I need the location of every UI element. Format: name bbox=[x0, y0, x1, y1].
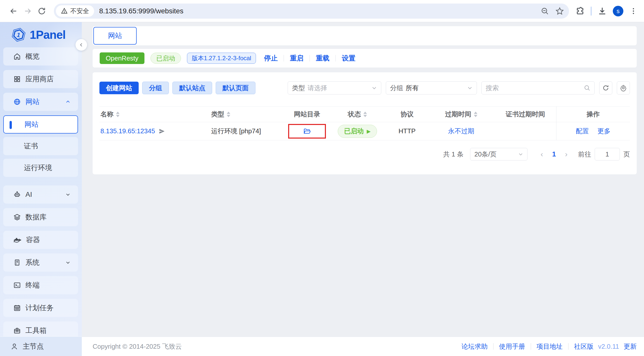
divider bbox=[493, 343, 494, 350]
sidebar-item-label: 工具箱 bbox=[25, 326, 70, 335]
engine-version-badge[interactable]: 版本1.27.1.2-2-3-focal bbox=[187, 53, 256, 64]
calendar-icon bbox=[13, 304, 21, 312]
project-link[interactable]: 项目地址 bbox=[537, 342, 563, 351]
sidebar-subitem-website[interactable]: 网站 bbox=[3, 115, 78, 134]
th-type[interactable]: 类型 bbox=[210, 110, 286, 119]
th-expire[interactable]: 过期时间 bbox=[428, 110, 495, 119]
1panel-logo-icon: 1 bbox=[11, 27, 26, 42]
version-text[interactable]: v2.0.11 bbox=[598, 343, 619, 350]
engine-stop-link[interactable]: 停止 bbox=[264, 54, 278, 63]
website-type: 运行环境 [php74] bbox=[211, 127, 261, 136]
refresh-button[interactable] bbox=[599, 81, 612, 94]
divider bbox=[284, 55, 284, 61]
main-content: 网站 OpenResty 已启动 版本1.27.1.2-2-3-focal 停止… bbox=[82, 22, 644, 356]
default-page-button[interactable]: 默认页面 bbox=[216, 82, 255, 94]
sidebar-node-selector[interactable]: 主节点 bbox=[0, 337, 82, 356]
active-indicator-bar bbox=[10, 121, 12, 129]
config-link[interactable]: 配置 bbox=[576, 127, 589, 136]
create-website-button[interactable]: 创建网站 bbox=[99, 82, 139, 94]
prev-page-button[interactable]: ‹ bbox=[536, 150, 548, 158]
divider bbox=[335, 55, 336, 61]
sidebar-item-label: 应用商店 bbox=[25, 74, 70, 84]
footer: Copyright © 2014-2025 飞致云 论坛求助 使用手册 项目地址… bbox=[82, 337, 644, 356]
toolbar-divider bbox=[591, 7, 592, 16]
warning-triangle-icon bbox=[61, 8, 68, 14]
chevron-down-icon bbox=[371, 85, 377, 91]
sort-caret-icon[interactable] bbox=[227, 112, 230, 117]
default-site-button[interactable]: 默认站点 bbox=[172, 82, 212, 94]
divider bbox=[310, 55, 310, 61]
download-icon[interactable] bbox=[598, 7, 607, 16]
brand: 1 1Panel bbox=[0, 22, 82, 47]
sidebar-item-app-store[interactable]: 应用商店 bbox=[3, 70, 78, 88]
sidebar-item-overview[interactable]: 概览 bbox=[3, 47, 78, 66]
bookmark-star-icon[interactable] bbox=[555, 7, 564, 15]
robot-icon bbox=[13, 191, 21, 198]
community-edition-link[interactable]: 社区版 bbox=[574, 342, 594, 351]
sidebar-item-database[interactable]: 数据库 bbox=[3, 208, 78, 226]
engine-restart-link[interactable]: 重启 bbox=[290, 54, 304, 63]
column-settings-button[interactable] bbox=[617, 81, 630, 94]
websites-panel: 创建网站 分组 默认站点 默认页面 类型 请选择 分组 所有 bbox=[93, 72, 637, 174]
sidebar-subitem-certificate[interactable]: 证书 bbox=[3, 137, 78, 155]
sidebar-item-toolbox[interactable]: 工具箱 bbox=[3, 321, 78, 337]
url-text[interactable]: 8.135.19.65:9999/websites bbox=[99, 7, 183, 15]
open-site-send-icon[interactable] bbox=[159, 128, 165, 135]
sidebar-item-system[interactable]: 系统 bbox=[3, 253, 78, 272]
sort-caret-icon[interactable] bbox=[363, 112, 367, 117]
sidebar-item-website[interactable]: 网站 bbox=[3, 93, 78, 111]
kebab-menu-icon[interactable] bbox=[629, 7, 637, 15]
browser-back-button[interactable] bbox=[7, 4, 21, 18]
browser-reload-button[interactable] bbox=[35, 4, 49, 18]
sidebar-subitem-runtime[interactable]: 运行环境 bbox=[3, 159, 78, 177]
sidebar-menu: 概览 应用商店 网站 网站 证书 运行环境 bbox=[0, 47, 82, 337]
more-link[interactable]: 更多 bbox=[597, 127, 611, 136]
extensions-icon[interactable] bbox=[576, 7, 585, 16]
openresty-button[interactable]: OpenResty bbox=[100, 52, 144, 64]
th-cert-expire: 证书过期时间 bbox=[495, 110, 556, 119]
update-link[interactable]: 更新 bbox=[624, 342, 637, 351]
docker-whale-icon bbox=[13, 236, 21, 244]
address-bar[interactable]: 不安全 8.135.19.65:9999/websites bbox=[54, 4, 569, 19]
zoom-out-icon[interactable] bbox=[541, 7, 549, 15]
tab-website[interactable]: 网站 bbox=[93, 27, 137, 45]
security-chip[interactable]: 不安全 bbox=[56, 5, 94, 17]
website-status-badge[interactable]: 已启动 ▶ bbox=[338, 125, 377, 138]
reload-icon bbox=[37, 7, 46, 15]
manual-link[interactable]: 使用手册 bbox=[499, 342, 525, 351]
th-name[interactable]: 名称 bbox=[99, 110, 210, 119]
th-status[interactable]: 状态 bbox=[328, 110, 386, 119]
sidebar-subitem-label: 网站 bbox=[24, 120, 39, 129]
sidebar-item-ai[interactable]: AI bbox=[3, 185, 78, 204]
next-page-button[interactable]: › bbox=[560, 150, 572, 158]
sort-caret-icon[interactable] bbox=[474, 112, 477, 117]
sidebar-item-label: 数据库 bbox=[25, 212, 70, 222]
gear-icon bbox=[620, 84, 627, 91]
website-name-link[interactable]: 8.135.19.65:12345 bbox=[100, 127, 155, 135]
search-input[interactable] bbox=[486, 84, 584, 92]
goto-page-input[interactable] bbox=[595, 148, 620, 160]
browser-profile-avatar[interactable]: s bbox=[613, 6, 623, 16]
sidebar-collapse-button[interactable] bbox=[75, 39, 87, 51]
forum-help-link[interactable]: 论坛求助 bbox=[462, 342, 488, 351]
sidebar-item-label: 计划任务 bbox=[25, 303, 70, 313]
th-directory: 网站目录 bbox=[286, 110, 328, 119]
engine-settings-link[interactable]: 设置 bbox=[342, 54, 355, 63]
current-page[interactable]: 1 bbox=[548, 150, 560, 158]
engine-reload-link[interactable]: 重载 bbox=[316, 54, 329, 63]
type-select[interactable]: 类型 请选择 bbox=[288, 81, 381, 94]
sidebar-item-label: 终端 bbox=[25, 280, 70, 290]
folder-open-icon[interactable] bbox=[303, 127, 311, 135]
search-field[interactable] bbox=[481, 81, 595, 94]
chevron-down-icon bbox=[467, 85, 473, 91]
page-size-select[interactable]: 20条/页 bbox=[470, 148, 527, 160]
toolbox-icon bbox=[13, 327, 21, 334]
group-select[interactable]: 分组 所有 bbox=[386, 81, 477, 94]
group-button[interactable]: 分组 bbox=[142, 82, 169, 94]
website-expire-link[interactable]: 永不过期 bbox=[448, 127, 474, 136]
sidebar-item-container[interactable]: 容器 bbox=[3, 231, 78, 249]
sidebar-item-terminal[interactable]: 终端 bbox=[3, 276, 78, 294]
browser-forward-button[interactable] bbox=[21, 4, 35, 18]
sidebar-item-cron[interactable]: 计划任务 bbox=[3, 299, 78, 317]
sort-caret-icon[interactable] bbox=[116, 112, 120, 117]
